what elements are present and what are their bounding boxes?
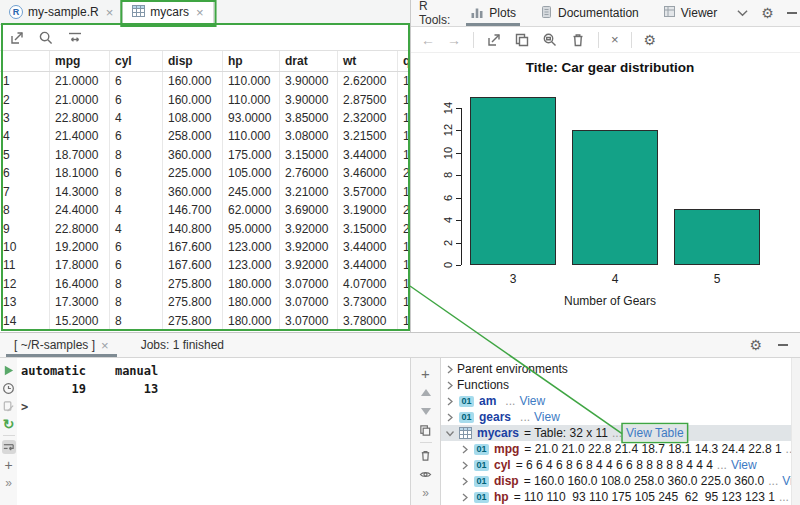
variable-row-hp[interactable]: 01hp= 110 110 93 110 175 105 245 62 95 1… bbox=[441, 489, 800, 505]
export-plot-icon[interactable] bbox=[486, 32, 502, 48]
search-icon[interactable] bbox=[38, 30, 54, 46]
variable-row-mycars[interactable]: mycars= Table: 32 x 11...View Table bbox=[441, 425, 800, 441]
chart-x-axis-label: Number of Gears bbox=[461, 294, 759, 308]
table-cell: 1 bbox=[398, 109, 410, 127]
clear-variables-trash-icon[interactable] bbox=[419, 448, 433, 462]
table-cell: 2 bbox=[0, 90, 50, 108]
run-icon[interactable] bbox=[2, 363, 16, 377]
expand-icon[interactable] bbox=[458, 461, 472, 470]
view-options-eye-icon[interactable] bbox=[419, 467, 433, 481]
move-down-icon[interactable] bbox=[419, 404, 433, 418]
copy-value-icon[interactable] bbox=[419, 423, 433, 437]
view-table-link[interactable]: View Table bbox=[626, 426, 684, 440]
table-row[interactable]: 1216.40008275.800180.0003.070004.070001 bbox=[0, 275, 410, 293]
zoom-plot-icon[interactable] bbox=[542, 32, 558, 48]
console-tab-jobs[interactable]: Jobs: 1 finished bbox=[131, 333, 234, 357]
table-cell: 12 bbox=[0, 275, 50, 293]
table-cell: 18.7000 bbox=[50, 146, 110, 164]
table-row[interactable]: 714.30008360.000245.0003.210003.570001 bbox=[0, 183, 410, 201]
console-prompt-line[interactable]: > bbox=[21, 398, 410, 416]
variables-scrollbar[interactable] bbox=[791, 358, 800, 505]
more-actions-icon[interactable]: » bbox=[2, 476, 16, 490]
table-row[interactable]: 824.40004146.70062.00003.690003.190002 bbox=[0, 201, 410, 219]
view-link[interactable]: View bbox=[731, 458, 757, 472]
tab-viewer[interactable]: Viewer bbox=[659, 0, 721, 26]
fit-column-width-icon[interactable] bbox=[67, 30, 83, 46]
expand-icon[interactable] bbox=[458, 445, 472, 454]
plots-toolbar: ← → × ⚙ bbox=[411, 27, 800, 53]
table-cell: 110.000 bbox=[223, 127, 280, 145]
chevron-down-icon[interactable] bbox=[737, 9, 748, 17]
view-link[interactable]: View bbox=[534, 410, 560, 424]
hide-panel-icon[interactable] bbox=[787, 12, 797, 14]
delete-plot-icon[interactable] bbox=[570, 32, 586, 48]
table-row[interactable]: 221.00006160.000110.0003.900002.875001 bbox=[0, 90, 410, 108]
copy-plot-icon[interactable] bbox=[514, 32, 530, 48]
console-tab-r-samples[interactable]: [ ~/R-samples ]× bbox=[4, 333, 119, 357]
variable-value: = 160.0 160.0 108.0 258.0 360.0 225.0 36… bbox=[524, 474, 765, 488]
variable-name: Functions bbox=[457, 378, 509, 392]
view-link[interactable]: View bbox=[519, 394, 545, 408]
expand-icon[interactable] bbox=[443, 365, 457, 374]
close-console-tab-icon[interactable]: × bbox=[101, 338, 109, 353]
r-file-icon: R bbox=[9, 5, 23, 19]
back-icon[interactable]: ← bbox=[421, 33, 435, 47]
editor-tab-bar: Rmy-sample.R×mycars× bbox=[0, 0, 410, 25]
console-gear-icon[interactable]: ⚙ bbox=[749, 338, 762, 352]
close-tab-icon[interactable]: × bbox=[106, 6, 114, 19]
table-cell: 8 bbox=[110, 311, 163, 329]
collapse-icon[interactable] bbox=[443, 429, 457, 438]
forward-icon[interactable]: → bbox=[447, 33, 461, 47]
console-header-icons: ⚙ bbox=[749, 333, 800, 357]
editor-tab-my-sample-r[interactable]: Rmy-sample.R× bbox=[0, 0, 123, 24]
expand-icon[interactable] bbox=[443, 413, 457, 422]
variable-row-gears[interactable]: 01gears...View bbox=[441, 409, 800, 425]
expand-icon[interactable] bbox=[458, 477, 472, 486]
table-row[interactable]: 1019.20006167.600123.0003.920003.440001 bbox=[0, 238, 410, 256]
add-watch-icon[interactable]: + bbox=[419, 366, 433, 380]
table-row[interactable]: 922.80004140.80095.00003.920003.150002 bbox=[0, 219, 410, 237]
variable-row-cyl[interactable]: 01cyl= 6 6 4 6 8 6 8 4 4 6 6 8 8 8 8 8 4… bbox=[441, 457, 800, 473]
variable-row-disp[interactable]: 01disp= 160.0 160.0 108.0 258.0 360.0 22… bbox=[441, 473, 800, 489]
expand-icon[interactable] bbox=[443, 397, 457, 406]
table-cell: 123.000 bbox=[223, 256, 280, 274]
clear-console-icon[interactable] bbox=[2, 399, 16, 413]
close-tab-icon[interactable]: × bbox=[196, 6, 204, 19]
variable-row-mpg[interactable]: 01mpg= 21.0 21.0 22.8 21.4 18.7 18.1 14.… bbox=[441, 441, 800, 457]
table-cell: 3.85000 bbox=[280, 109, 338, 127]
table-row[interactable]: 322.80004108.00093.00003.850002.320001 bbox=[0, 109, 410, 127]
tab-plots[interactable]: Plots bbox=[466, 0, 520, 26]
more-variables-actions-icon[interactable]: » bbox=[419, 486, 433, 500]
gear-icon[interactable]: ⚙ bbox=[761, 6, 774, 20]
table-row[interactable]: 1117.80006167.600123.0003.920003.440001 bbox=[0, 256, 410, 274]
variable-row-parent-environments[interactable]: Parent environments bbox=[441, 361, 800, 377]
soft-wrap-icon[interactable] bbox=[2, 440, 16, 454]
expand-icon[interactable] bbox=[458, 493, 472, 502]
table-row[interactable]: 618.10006225.000105.0002.760003.460002 bbox=[0, 164, 410, 182]
tab-documentation[interactable]: Documentation bbox=[536, 0, 643, 26]
r-console[interactable]: automatic manual 19 13 > bbox=[17, 358, 410, 505]
add-tab-icon[interactable]: + bbox=[2, 458, 16, 472]
move-up-icon[interactable] bbox=[419, 385, 433, 399]
table-row[interactable]: 421.40006258.000110.0003.080003.215001 bbox=[0, 127, 410, 145]
table-cell: 2 bbox=[398, 164, 410, 182]
variable-row-functions[interactable]: Functions bbox=[441, 377, 800, 393]
table-row[interactable]: 121.00006160.000110.0003.900002.620001 bbox=[0, 72, 410, 90]
table-row[interactable]: 1317.30008275.800180.0003.070003.730001 bbox=[0, 293, 410, 311]
history-icon[interactable] bbox=[2, 381, 16, 395]
variable-row-am[interactable]: 01am...View bbox=[441, 393, 800, 409]
tab-label: Plots bbox=[489, 6, 516, 20]
y-axis-tick bbox=[456, 243, 461, 244]
y-tick-label: 4 bbox=[442, 217, 454, 223]
editor-tab-mycars[interactable]: mycars× bbox=[123, 0, 213, 24]
plot-settings-gear-icon[interactable]: ⚙ bbox=[644, 33, 657, 47]
table-row[interactable]: 1415.20008275.800180.0003.070003.780001 bbox=[0, 311, 410, 329]
export-icon[interactable] bbox=[9, 30, 25, 46]
table-cell: 6 bbox=[110, 90, 163, 108]
expand-icon[interactable] bbox=[443, 381, 457, 390]
hide-console-icon[interactable] bbox=[778, 344, 788, 346]
table-row[interactable]: 518.70008360.000175.0003.150003.440001 bbox=[0, 146, 410, 164]
close-plot-icon[interactable]: × bbox=[611, 33, 619, 46]
table-header-cell: cyl bbox=[110, 51, 163, 71]
restart-icon[interactable]: ↻ bbox=[2, 417, 16, 431]
